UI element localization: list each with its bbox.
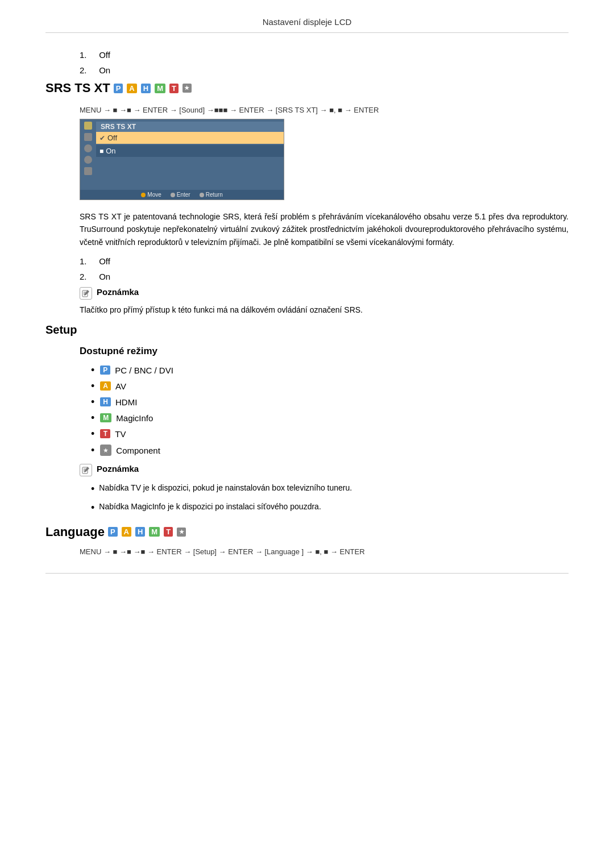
note2-dot-1: • (91, 482, 94, 496)
bullet-tv: • (91, 429, 94, 439)
check-off: ✔ (99, 134, 105, 142)
screenshot-content: SRS TS XT ✔ Off ■ On (96, 119, 284, 190)
bullet-component: • (91, 445, 94, 455)
list-num-2: 2. (80, 65, 97, 75)
bottom-move: Move (141, 192, 161, 198)
mode-component: • ★ Component (91, 445, 569, 456)
badge-star: ★ (182, 84, 192, 93)
dostupne-heading: Dostupné režimy (80, 346, 569, 357)
badge-av: A (100, 381, 111, 391)
lang-badge-p: P (108, 527, 118, 537)
sidebar-icon-2 (84, 133, 92, 141)
return-label: Return (206, 192, 223, 198)
setup-heading: Setup (45, 323, 569, 337)
screenshot-layout: SRS TS XT ✔ Off ■ On (80, 119, 284, 190)
note2-item-1: • Nabídka TV je k dispozici, pokud je na… (91, 482, 569, 496)
sidebar-icon-1 (84, 122, 92, 130)
note2-icon (80, 464, 92, 476)
list2-text-1: Off (99, 256, 110, 266)
screenshot-sidebar (80, 119, 96, 190)
language-heading-text: Language (45, 525, 105, 539)
list2-item-2: 2. On (80, 272, 569, 281)
label-on: On (106, 147, 115, 155)
screenshot-box: SRS TS XT ✔ Off ■ On Mov (80, 119, 284, 200)
screenshot-bottom-bar: Move Enter Return (80, 190, 284, 200)
lang-badge-m: M (149, 527, 160, 537)
list2-num-2: 2. (80, 272, 97, 281)
srs-description: SRS TS XT je patentovaná technologie SRS… (80, 210, 569, 248)
note2-svg (82, 466, 90, 474)
mode-magicinfo: • M MagicInfo (91, 413, 569, 423)
srs-heading-text: SRS TS XT (45, 81, 110, 95)
mode-av: • A AV (91, 381, 569, 391)
note1-icon (80, 287, 92, 300)
return-dot (200, 193, 204, 197)
note1-box: Poznámka (80, 287, 569, 300)
mode-tv: • T TV (91, 429, 569, 439)
mode-av-label: AV (115, 381, 126, 391)
spacer1 (96, 158, 284, 169)
bullet-pc: • (91, 365, 94, 375)
bullet-hdmi: • (91, 397, 94, 407)
check-on: ■ (99, 147, 103, 155)
mode-magicinfo-label: MagicInfo (116, 413, 153, 423)
mode-hdmi: • H HDMI (91, 397, 569, 407)
note1-label: Poznámka (97, 287, 139, 297)
badge-tv: T (100, 429, 110, 438)
page: Nastavení displeje LCD 1. Off 2. On SRS … (0, 0, 614, 868)
enter-label: Enter (177, 192, 190, 198)
page-title: Nastavení displeje LCD (45, 17, 569, 33)
bullet-magicinfo: • (91, 413, 94, 423)
screenshot-row-off: ✔ Off (96, 132, 284, 144)
srs-heading: SRS TS XT P A H M T ★ (45, 81, 569, 95)
list-item-2: 2. On (80, 65, 569, 75)
bullet-av: • (91, 381, 94, 391)
note2-text-2: Nabídka MagicInfo je k dispozici po inst… (99, 501, 321, 513)
list2-num-1: 1. (80, 256, 97, 266)
enter-dot (171, 193, 175, 197)
note2-dot-2: • (91, 501, 94, 515)
badge-a: A (127, 84, 136, 93)
move-dot (141, 193, 146, 197)
badge-component: ★ (100, 445, 111, 456)
list1: 1. Off 2. On (80, 50, 569, 75)
screenshot-title-row: SRS TS XT (96, 122, 284, 132)
spacer3 (96, 178, 284, 188)
bottom-divider (45, 573, 569, 574)
move-label: Move (147, 192, 161, 198)
lang-badge-h: H (135, 527, 145, 537)
badge-hdmi: H (100, 397, 111, 406)
lang-badge-t: T (164, 527, 173, 537)
list2-item-1: 1. Off (80, 256, 569, 266)
note2-box: Poznámka (80, 464, 569, 476)
label-off: Off (107, 134, 117, 142)
mode-tv-label: TV (115, 429, 126, 439)
srs-menu-path: MENU → ■ →■ → ENTER → [Sound] →■■■ → ENT… (80, 106, 569, 114)
mode-pc: • P PC / BNC / DVI (91, 365, 569, 375)
language-heading: Language P A H M T ★ (45, 525, 569, 539)
mode-pc-label: PC / BNC / DVI (115, 366, 173, 375)
note2-list: • Nabídka TV je k dispozici, pokud je na… (91, 482, 569, 515)
note2-item-2: • Nabídka MagicInfo je k dispozici po in… (91, 501, 569, 515)
badge-p: P (114, 84, 123, 93)
sidebar-icon-3 (84, 144, 92, 152)
badge-t: T (169, 84, 179, 93)
list2-text-2: On (99, 272, 110, 281)
list-num-1: 1. (80, 50, 97, 60)
note1-svg (82, 289, 90, 297)
screenshot-row-on: ■ On (96, 145, 284, 157)
language-menu-path: MENU → ■ →■ →■ → ENTER → [Setup] → ENTER… (80, 547, 569, 556)
lang-badge-star: ★ (177, 528, 186, 537)
lang-badge-a: A (122, 527, 131, 537)
sidebar-icon-4 (84, 156, 92, 164)
spacer2 (96, 169, 284, 178)
note2-text-1: Nabídka TV je k dispozici, pokud je nain… (99, 482, 352, 494)
bottom-return: Return (200, 192, 223, 198)
badge-pc: P (100, 366, 110, 375)
mode-hdmi-label: HDMI (115, 397, 137, 407)
list-text-1: Off (99, 50, 110, 60)
badge-h: H (141, 84, 151, 93)
list-text-2: On (99, 65, 110, 75)
mode-list: • P PC / BNC / DVI • A AV • H HDMI • M M… (91, 365, 569, 456)
bottom-enter: Enter (171, 192, 190, 198)
